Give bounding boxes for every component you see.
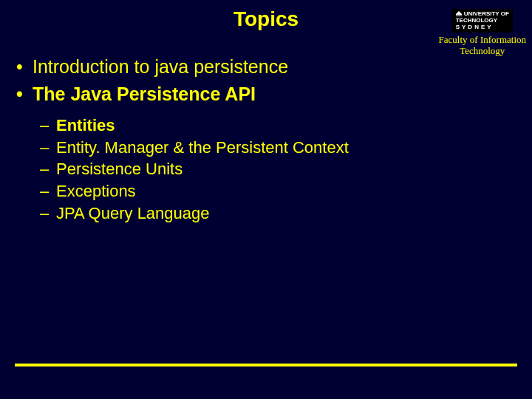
uts-logo: UNIVERSITY OF TECHNOLOGY SYDNEY (452, 9, 513, 33)
horizontal-rule (15, 364, 517, 366)
item-text: Entities (56, 116, 115, 134)
faculty-label: Faculty of Information Technology (439, 35, 526, 57)
logo-line3: SYDNEY (456, 24, 509, 31)
subtopic-list: –Entities –Entity. Manager & the Persist… (40, 115, 532, 224)
list-item: –Persistence Units (40, 158, 532, 180)
item-text: Exceptions (56, 182, 136, 200)
dash-icon: – (40, 158, 56, 180)
list-item: –Entities (40, 115, 532, 137)
topic-list: •Introduction to java persistence •The J… (16, 55, 532, 106)
slide-header: Topics UNIVERSITY OF TECHNOLOGY SYDNEY F… (0, 0, 532, 31)
list-item: –Exceptions (40, 180, 532, 202)
bullet-icon: • (16, 82, 33, 106)
dash-icon: – (40, 180, 56, 202)
item-text: Entity. Manager & the Persistent Context (56, 138, 349, 157)
list-item: –JPA Query Language (40, 202, 532, 225)
branding-block: UNIVERSITY OF TECHNOLOGY SYDNEY Faculty … (439, 9, 526, 57)
faculty-line2: Technology (460, 45, 505, 56)
slide-content: •Introduction to java persistence •The J… (0, 31, 532, 224)
item-text: The Java Persistence API (33, 83, 256, 104)
list-item: •Introduction to java persistence (16, 55, 532, 79)
dash-icon: – (40, 115, 56, 137)
uts-building-icon (456, 11, 462, 17)
list-item: •The Java Persistence API (16, 82, 532, 106)
dash-icon: – (40, 137, 56, 159)
item-text: Persistence Units (56, 160, 183, 178)
item-text: JPA Query Language (56, 204, 210, 222)
faculty-line1: Faculty of Information (439, 34, 526, 45)
bullet-icon: • (16, 55, 33, 79)
list-item: –Entity. Manager & the Persistent Contex… (40, 137, 532, 159)
item-text: Introduction to java persistence (33, 56, 288, 77)
dash-icon: – (40, 202, 56, 225)
